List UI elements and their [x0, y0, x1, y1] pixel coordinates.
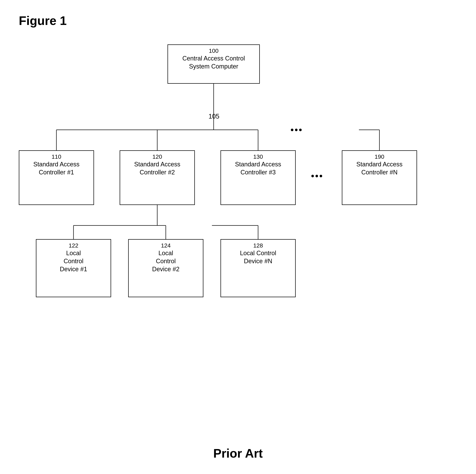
- localN-node: 128 Local Control Device #N: [221, 239, 296, 297]
- controller2-node: 120 Standard Access Controller #2: [120, 150, 195, 205]
- prior-art-label: Prior Art: [0, 446, 476, 460]
- controller3-node: 130 Standard Access Controller #3: [221, 150, 296, 205]
- local2-node: 124 Local Control Device #2: [128, 239, 204, 297]
- controllerN-node: 190 Standard Access Controller #N: [342, 150, 417, 205]
- page-title: Figure 1: [19, 14, 67, 28]
- controller1-node: 110 Standard Access Controller #1: [19, 150, 94, 205]
- dots-controllers-mid: •••: [311, 171, 323, 181]
- label-105: 105: [208, 113, 219, 120]
- local1-node: 122 Local Control Device #1: [36, 239, 111, 297]
- root-node: 100 Central Access Control System Comput…: [168, 44, 260, 84]
- dots-controllers: •••: [290, 125, 303, 135]
